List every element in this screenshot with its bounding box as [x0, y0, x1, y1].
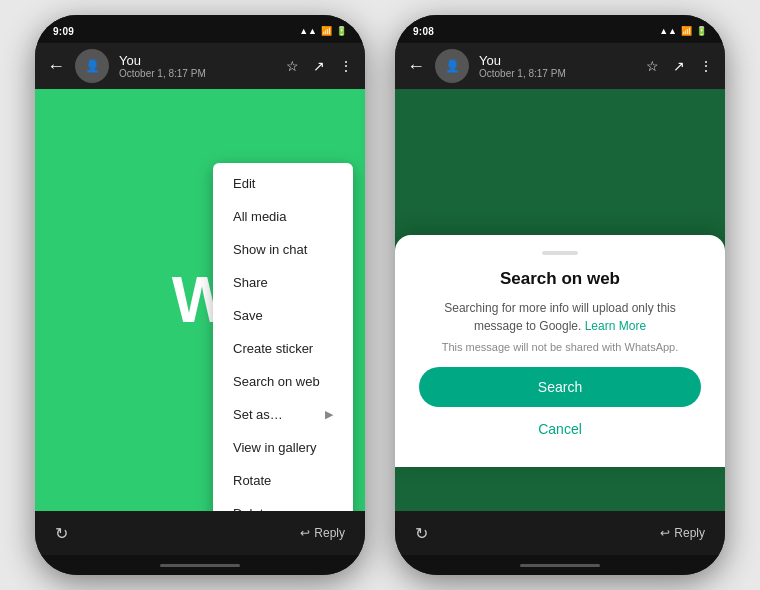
- home-bar-1: [160, 564, 240, 567]
- context-menu: Edit All media Show in chat Share Save C…: [213, 163, 353, 511]
- menu-item-show-in-chat[interactable]: Show in chat: [213, 233, 353, 266]
- app-bar-1: ← 👤 You October 1, 8:17 PM ☆ ↗ ⋮: [35, 43, 365, 89]
- contact-name-2: You: [479, 53, 636, 69]
- avatar-1: 👤: [75, 49, 109, 83]
- battery-icon-1: 🔋: [336, 26, 347, 36]
- refresh-icon-2[interactable]: ↻: [415, 524, 428, 543]
- menu-item-edit[interactable]: Edit: [213, 167, 353, 200]
- contact-time-2: October 1, 8:17 PM: [479, 68, 636, 79]
- status-time-1: 9:09: [53, 26, 74, 37]
- more-button-1[interactable]: ⋮: [339, 58, 353, 74]
- menu-item-all-media[interactable]: All media: [213, 200, 353, 233]
- content-2: WBI © WABETAINFO Search on web Searching…: [395, 89, 725, 511]
- set-as-arrow-icon: ▶: [325, 408, 333, 421]
- content-1: W © WABETAINFO Edit All media Show in ch…: [35, 89, 365, 511]
- back-button-1[interactable]: ←: [47, 56, 65, 77]
- phone-1: 9:09 ▲▲ 📶 🔋 ← 👤 You October 1, 8:17 PM ☆…: [35, 15, 365, 575]
- app-bar-2: ← 👤 You October 1, 8:17 PM ☆ ↗ ⋮: [395, 43, 725, 89]
- menu-item-delete[interactable]: Delete: [213, 497, 353, 511]
- app-bar-actions-1: ☆ ↗ ⋮: [286, 58, 353, 74]
- menu-item-save[interactable]: Save: [213, 299, 353, 332]
- learn-more-link[interactable]: Learn More: [585, 319, 646, 333]
- menu-item-set-as[interactable]: Set as… ▶: [213, 398, 353, 431]
- status-bar-1: 9:09 ▲▲ 📶 🔋: [35, 15, 365, 43]
- reply-label-2: Reply: [674, 526, 705, 540]
- sheet-note: This message will not be shared with Wha…: [419, 341, 701, 353]
- sheet-description: Searching for more info will upload only…: [419, 299, 701, 335]
- app-bar-actions-2: ☆ ↗ ⋮: [646, 58, 713, 74]
- sheet-handle: [542, 251, 578, 255]
- avatar-icon-1: 👤: [85, 59, 100, 73]
- back-button-2[interactable]: ←: [407, 56, 425, 77]
- status-bar-2: 9:08 ▲▲ 📶 🔋: [395, 15, 725, 43]
- signal-icon-1: ▲▲: [299, 26, 317, 36]
- refresh-icon-1[interactable]: ↻: [55, 524, 68, 543]
- share-button-1[interactable]: ↗: [313, 58, 325, 74]
- star-button-1[interactable]: ☆: [286, 58, 299, 74]
- contact-info-1: You October 1, 8:17 PM: [119, 53, 276, 80]
- status-icons-2: ▲▲ 📶 🔋: [659, 26, 707, 36]
- wifi-icon-2: 📶: [681, 26, 692, 36]
- home-indicator-1: [35, 555, 365, 575]
- contact-info-2: You October 1, 8:17 PM: [479, 53, 636, 80]
- reply-icon-1: ↩: [300, 526, 310, 540]
- reply-label-1: Reply: [314, 526, 345, 540]
- share-button-2[interactable]: ↗: [673, 58, 685, 74]
- status-icons-1: ▲▲ 📶 🔋: [299, 26, 347, 36]
- more-button-2[interactable]: ⋮: [699, 58, 713, 74]
- menu-item-create-sticker[interactable]: Create sticker: [213, 332, 353, 365]
- contact-name-1: You: [119, 53, 276, 69]
- home-indicator-2: [395, 555, 725, 575]
- menu-item-rotate[interactable]: Rotate: [213, 464, 353, 497]
- avatar-2: 👤: [435, 49, 469, 83]
- status-time-2: 9:08: [413, 26, 434, 37]
- wifi-icon-1: 📶: [321, 26, 332, 36]
- signal-icon-2: ▲▲: [659, 26, 677, 36]
- bottom-bar-2: ↻ ↩ Reply: [395, 511, 725, 555]
- search-on-web-sheet: Search on web Searching for more info wi…: [395, 235, 725, 467]
- menu-item-share[interactable]: Share: [213, 266, 353, 299]
- avatar-icon-2: 👤: [445, 59, 460, 73]
- phone-2: 9:08 ▲▲ 📶 🔋 ← 👤 You October 1, 8:17 PM ☆…: [395, 15, 725, 575]
- sheet-title: Search on web: [419, 269, 701, 289]
- cancel-button[interactable]: Cancel: [419, 411, 701, 447]
- menu-item-view-in-gallery[interactable]: View in gallery: [213, 431, 353, 464]
- home-bar-2: [520, 564, 600, 567]
- reply-button-1[interactable]: ↩ Reply: [300, 526, 345, 540]
- star-button-2[interactable]: ☆: [646, 58, 659, 74]
- reply-icon-2: ↩: [660, 526, 670, 540]
- reply-button-2[interactable]: ↩ Reply: [660, 526, 705, 540]
- bottom-bar-1: ↻ ↩ Reply: [35, 511, 365, 555]
- menu-item-search-on-web[interactable]: Search on web: [213, 365, 353, 398]
- search-button[interactable]: Search: [419, 367, 701, 407]
- contact-time-1: October 1, 8:17 PM: [119, 68, 276, 79]
- battery-icon-2: 🔋: [696, 26, 707, 36]
